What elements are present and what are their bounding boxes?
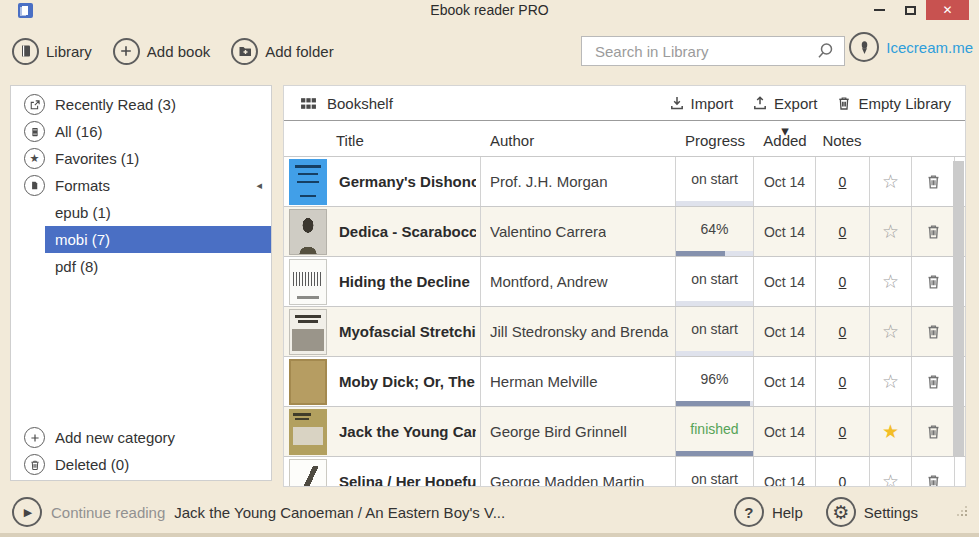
settings-button[interactable]: ⚙ Settings bbox=[826, 497, 918, 527]
progress-status: on start bbox=[676, 271, 753, 287]
sidebar-item-recently-read[interactable]: Recently Read (3) bbox=[11, 91, 271, 118]
vertical-scrollbar-thumb[interactable] bbox=[953, 161, 964, 456]
column-header-notes[interactable]: Notes bbox=[822, 132, 861, 149]
delete-book-icon[interactable] bbox=[925, 323, 942, 340]
notes-count-link[interactable]: 0 bbox=[839, 224, 847, 240]
add-folder-label: Add folder bbox=[265, 43, 333, 60]
column-header-added[interactable]: Added bbox=[763, 132, 806, 149]
sidebar-item-pdf[interactable]: pdf (8) bbox=[45, 253, 271, 280]
notes-count-link[interactable]: 0 bbox=[839, 274, 847, 290]
sidebar-item-favorites[interactable]: ★ Favorites (1) bbox=[11, 145, 271, 172]
help-label: Help bbox=[772, 504, 803, 521]
plus-icon bbox=[24, 427, 45, 448]
column-header-progress[interactable]: Progress bbox=[685, 132, 745, 149]
table-row[interactable]: Dedica - Scarabocchi Valentino Carrera 6… bbox=[284, 207, 965, 257]
window-title: Ebook reader PRO bbox=[430, 2, 548, 18]
notes-count-link[interactable]: 0 bbox=[839, 324, 847, 340]
book-cover bbox=[289, 459, 327, 488]
file-icon bbox=[24, 175, 45, 196]
plus-icon bbox=[113, 38, 140, 65]
close-button[interactable]: ✕ bbox=[926, 0, 969, 20]
notes-count-link[interactable]: 0 bbox=[839, 174, 847, 190]
sidebar-item-label: mobi (7) bbox=[55, 231, 110, 248]
progress-status: on start bbox=[676, 321, 753, 337]
book-author: Herman Melville bbox=[490, 373, 598, 390]
delete-book-icon[interactable] bbox=[925, 173, 942, 190]
notes-count-link[interactable]: 0 bbox=[839, 474, 847, 488]
favorite-star-icon[interactable]: ☆ bbox=[882, 322, 899, 341]
favorite-star-icon[interactable]: ★ bbox=[882, 422, 899, 441]
progress-bar bbox=[676, 251, 753, 256]
book-cover bbox=[289, 409, 327, 455]
book-title: Moby Dick; Or, The W bbox=[339, 373, 476, 390]
favorite-star-icon[interactable]: ☆ bbox=[882, 222, 899, 241]
continue-reading-button[interactable]: ▶ Continue reading Jack the Young Canoem… bbox=[12, 497, 505, 527]
sidebar-item-deleted[interactable]: Deleted (0) bbox=[11, 451, 271, 478]
column-header-author[interactable]: Author bbox=[490, 132, 534, 149]
minimize-icon bbox=[874, 9, 885, 11]
search-icon[interactable] bbox=[816, 42, 834, 60]
column-header-title[interactable]: Title bbox=[336, 132, 364, 149]
delete-book-icon[interactable] bbox=[925, 473, 942, 487]
app-logo-icon bbox=[18, 3, 33, 18]
table-row[interactable]: Myofascial Stretching Jill Stedronsky an… bbox=[284, 307, 965, 357]
book-cover bbox=[289, 309, 327, 355]
delete-book-icon[interactable] bbox=[925, 423, 942, 440]
window-controls: ✕ bbox=[864, 0, 969, 20]
resize-grip[interactable] bbox=[955, 506, 967, 518]
book-table: Germany's Dishonour Prof. J.H. Morgan on… bbox=[284, 157, 965, 487]
table-row[interactable]: Jack the Young Canoe George Bird Grinnel… bbox=[284, 407, 965, 457]
book-icon bbox=[24, 121, 45, 142]
book-title: Jack the Young Canoe bbox=[339, 423, 476, 440]
favorite-star-icon[interactable]: ☆ bbox=[882, 272, 899, 291]
favorite-star-icon[interactable]: ☆ bbox=[882, 472, 899, 487]
sidebar-item-label: pdf (8) bbox=[55, 258, 98, 275]
current-book-title: Jack the Young Canoeman / An Eastern Boy… bbox=[174, 504, 505, 521]
table-row[interactable]: Moby Dick; Or, The W Herman Melville 96%… bbox=[284, 357, 965, 407]
export-button[interactable]: Export bbox=[752, 95, 817, 112]
search-input[interactable] bbox=[582, 43, 816, 60]
continue-reading-label: Continue reading bbox=[51, 504, 165, 521]
sidebar-item-label: Deleted (0) bbox=[55, 456, 129, 473]
book-author: Montford, Andrew bbox=[490, 273, 608, 290]
table-row[interactable]: Selina / Her Hopeful I George Madden Mar… bbox=[284, 457, 965, 487]
progress-bar bbox=[676, 201, 753, 206]
delete-book-icon[interactable] bbox=[925, 373, 942, 390]
export-icon bbox=[752, 95, 768, 111]
collapse-arrow-icon[interactable]: ◂ bbox=[256, 179, 262, 192]
table-row[interactable]: Germany's Dishonour Prof. J.H. Morgan on… bbox=[284, 157, 965, 207]
sidebar-item-formats[interactable]: Formats ◂ bbox=[11, 172, 271, 199]
import-button[interactable]: Import bbox=[669, 95, 734, 112]
folder-plus-icon bbox=[231, 38, 258, 65]
sidebar-item-all[interactable]: All (16) bbox=[11, 118, 271, 145]
progress-status: on start bbox=[676, 471, 753, 487]
favorite-star-icon[interactable]: ☆ bbox=[882, 372, 899, 391]
maximize-button[interactable] bbox=[895, 0, 926, 20]
grid-view-icon[interactable] bbox=[300, 95, 317, 112]
delete-book-icon[interactable] bbox=[925, 223, 942, 240]
book-author: Valentino Carrera bbox=[490, 223, 606, 240]
sidebar-item-mobi[interactable]: mobi (7) bbox=[45, 226, 271, 253]
sidebar-item-epub[interactable]: epub (1) bbox=[45, 199, 271, 226]
help-button[interactable]: ? Help bbox=[734, 497, 803, 527]
table-row[interactable]: Hiding the Decline Montford, Andrew on s… bbox=[284, 257, 965, 307]
date-added: Oct 14 bbox=[754, 307, 816, 356]
notes-count-link[interactable]: 0 bbox=[839, 374, 847, 390]
notes-count-link[interactable]: 0 bbox=[839, 424, 847, 440]
book-cover bbox=[289, 159, 327, 205]
add-book-button[interactable]: Add book bbox=[113, 38, 210, 65]
book-title: Germany's Dishonour bbox=[339, 173, 476, 190]
empty-library-button[interactable]: Empty Library bbox=[836, 95, 951, 112]
favorite-star-icon[interactable]: ☆ bbox=[882, 172, 899, 191]
add-folder-button[interactable]: Add folder bbox=[231, 38, 333, 65]
icecream-brand-link[interactable]: Icecream.me bbox=[849, 32, 973, 62]
bookshelf-header: Bookshelf Import Export Empty Library bbox=[284, 86, 965, 121]
trash-icon bbox=[24, 454, 45, 475]
delete-book-icon[interactable] bbox=[925, 273, 942, 290]
library-button[interactable]: Library bbox=[12, 38, 92, 65]
date-added: Oct 14 bbox=[754, 207, 816, 256]
add-new-category-button[interactable]: Add new category bbox=[11, 424, 271, 451]
minimize-button[interactable] bbox=[864, 0, 895, 20]
main-toolbar: Library Add book Add folder Icecream.me bbox=[0, 20, 979, 82]
import-icon bbox=[669, 95, 685, 111]
